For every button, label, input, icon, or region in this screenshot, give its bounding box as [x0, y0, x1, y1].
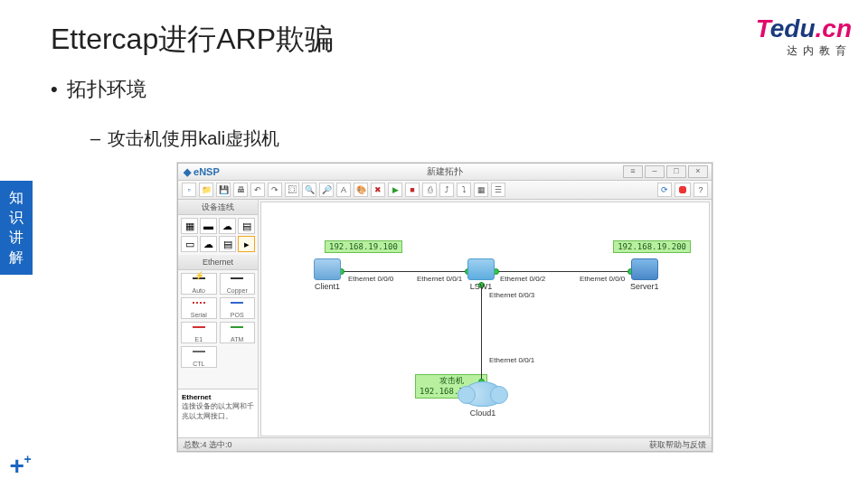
device-cable-icon[interactable]: ▸ [238, 236, 255, 252]
info-title: Ethernet [182, 393, 211, 401]
client-icon [314, 258, 341, 280]
app-brand-label: ◆ eNSP [184, 166, 220, 178]
port-label: Ethernet 0/0/0 [348, 275, 393, 283]
node-client1[interactable]: Client1 [314, 258, 341, 291]
node-lsw1[interactable]: LSW1 [467, 258, 495, 291]
tool-text-icon[interactable]: A [336, 183, 351, 197]
toolbar: ▫ 📁 💾 🖶 ↶ ↷ ⿴ 🔍 🔎 A 🎨 ✖ ▶ ■ ⎙ ⤴ ⤵ ▦ ☰ ⟳ … [178, 181, 712, 200]
node-server1[interactable]: Server1 [630, 258, 659, 291]
devices-section-header: 设备连线 [178, 200, 258, 215]
huawei-logo-icon [675, 183, 691, 197]
brand-logo: Tedu.cn 达内教育 [756, 16, 852, 59]
tool-grid-icon[interactable]: ▦ [474, 183, 488, 197]
cable-auto[interactable]: Auto [181, 273, 217, 295]
cloud-name: Cloud1 [462, 408, 504, 418]
corner-mark: ++ [9, 452, 32, 481]
node-cloud1[interactable]: Cloud1 [462, 381, 504, 418]
close-button[interactable]: × [688, 165, 708, 178]
bullet-topology: 拓扑环境 [51, 76, 146, 103]
client-ip-label: 192.168.19.100 [325, 240, 402, 253]
tool-open-icon[interactable]: 📁 [199, 183, 213, 197]
info-desc: 连接设备的以太网和千兆以太网接口。 [182, 402, 254, 419]
tool-refresh-icon[interactable]: ⟳ [657, 183, 672, 197]
device-other-icon[interactable]: ▤ [219, 236, 236, 252]
switch-name: LSW1 [467, 282, 495, 291]
device-palette: 设备连线 ▦ ▬ ☁ ▤ ▭ ☁ ▤ ▸ Ethernet AutoCopper… [178, 200, 259, 438]
tool-redo-icon[interactable]: ↷ [268, 183, 282, 197]
slide-title: Ettercap进行ARP欺骗 [51, 20, 334, 60]
device-wlan-icon[interactable]: ☁ [219, 218, 236, 234]
cable-atm[interactable]: ATM [220, 322, 256, 343]
tool-capture-icon[interactable]: ⎙ [422, 183, 437, 197]
port-label: Ethernet 0/0/1 [489, 356, 534, 364]
tool-palette-icon[interactable]: 🎨 [354, 183, 368, 197]
logo-t: T [756, 14, 770, 42]
info-panel: Ethernet 连接设备的以太网和千兆以太网接口。 [178, 389, 258, 438]
device-cloud-icon[interactable]: ☁ [200, 236, 217, 252]
tool-print-icon[interactable]: 🖶 [233, 183, 248, 197]
tool-zoomout-icon[interactable]: 🔎 [319, 183, 334, 197]
cloud-icon [462, 381, 504, 407]
port-label: Ethernet 0/0/0 [580, 275, 625, 283]
port-label: Ethernet 0/0/1 [417, 275, 462, 283]
client-name: Client1 [314, 282, 341, 291]
status-count: 总数:4 选中:0 [184, 439, 232, 451]
tool-start-icon[interactable]: ▶ [388, 183, 402, 197]
topology-canvas[interactable]: 192.168.19.100 192.168.19.200 攻击机 192.16… [260, 202, 710, 436]
tool-list-icon[interactable]: ☰ [491, 183, 505, 197]
logo-subtitle: 达内教育 [756, 43, 852, 59]
ensp-window: ◆ eNSP 新建拓扑 ≡ – □ × ▫ 📁 💾 🖶 ↶ ↷ ⿴ 🔍 🔎 A … [177, 163, 712, 452]
logo-edu: edu [770, 14, 816, 42]
minimize-button[interactable]: – [645, 165, 665, 178]
maximize-button[interactable]: □ [666, 165, 686, 178]
tool-delete-icon[interactable]: ✖ [371, 183, 385, 197]
cable-copper[interactable]: Copper [220, 273, 256, 295]
tool-stop-icon[interactable]: ■ [405, 183, 420, 197]
cable-e1[interactable]: E1 [181, 322, 217, 343]
menu-button[interactable]: ≡ [623, 165, 643, 178]
server-ip-label: 192.168.19.200 [613, 240, 691, 253]
titlebar[interactable]: ◆ eNSP 新建拓扑 ≡ – □ × [178, 164, 712, 181]
ethernet-section-header: Ethernet [178, 255, 258, 270]
logo-cn: .cn [816, 14, 852, 42]
bullet-attacker: 攻击机使用kali虚拟机 [90, 127, 279, 151]
switch-icon [467, 258, 495, 280]
device-firewall-icon[interactable]: ▤ [238, 218, 255, 234]
server-icon [631, 258, 658, 280]
server-name: Server1 [630, 282, 659, 291]
device-category-grid: ▦ ▬ ☁ ▤ ▭ ☁ ▤ ▸ [178, 215, 258, 255]
tool-zoomin-icon[interactable]: 🔍 [302, 183, 316, 197]
status-help-link[interactable]: 获取帮助与反馈 [649, 439, 706, 451]
tool-export-icon[interactable]: ⤴ [439, 183, 454, 197]
cable-ctl[interactable]: CTL [181, 346, 217, 368]
device-router-icon[interactable]: ▦ [181, 218, 198, 234]
statusbar: 总数:4 选中:0 获取帮助与反馈 [178, 437, 712, 451]
cable-pos[interactable]: POS [220, 297, 256, 319]
window-title: 新建拓扑 [427, 165, 463, 178]
tool-zoomfit-icon[interactable]: ⿴ [285, 183, 299, 197]
tool-new-icon[interactable]: ▫ [182, 183, 196, 197]
cable-serial[interactable]: Serial [181, 297, 217, 319]
tool-help-icon[interactable]: ? [693, 183, 708, 197]
tool-save-icon[interactable]: 💾 [216, 183, 231, 197]
port-label: Ethernet 0/0/2 [500, 275, 545, 283]
device-switch-icon[interactable]: ▬ [200, 218, 217, 234]
side-tab-knowledge: 知 识 讲 解 [0, 181, 33, 275]
tool-undo-icon[interactable]: ↶ [250, 183, 265, 197]
tool-import-icon[interactable]: ⤵ [457, 183, 471, 197]
port-label: Ethernet 0/0/3 [489, 291, 534, 299]
device-pc-icon[interactable]: ▭ [181, 236, 198, 252]
